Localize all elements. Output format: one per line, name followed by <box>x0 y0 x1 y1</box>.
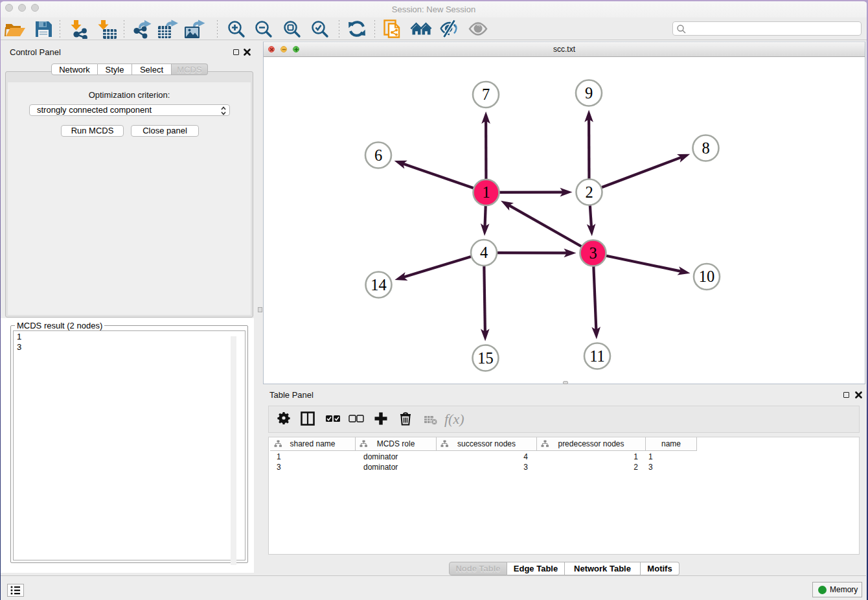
svg-text:6: 6 <box>374 146 382 164</box>
svg-text:9: 9 <box>585 84 593 102</box>
svg-text:10: 10 <box>699 268 715 285</box>
svg-text:2: 2 <box>585 183 593 201</box>
svg-text:14: 14 <box>371 276 387 294</box>
svg-text:11: 11 <box>589 347 605 365</box>
svg-text:1: 1 <box>482 183 490 201</box>
svg-text:4: 4 <box>480 244 488 261</box>
svg-text:8: 8 <box>702 139 709 157</box>
svg-text:7: 7 <box>482 86 490 103</box>
svg-text:15: 15 <box>477 349 494 367</box>
svg-text:3: 3 <box>589 244 597 262</box>
